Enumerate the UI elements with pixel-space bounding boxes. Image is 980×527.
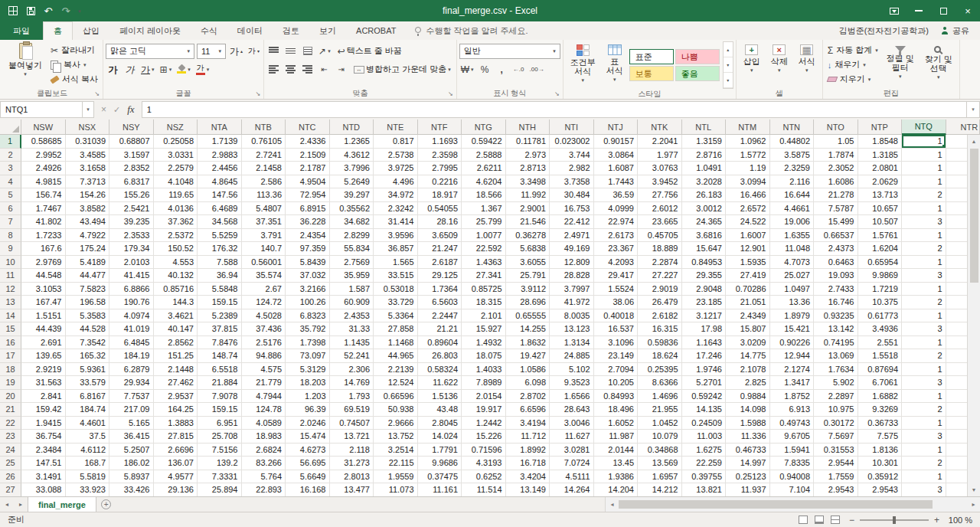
wrap-text-button[interactable]: ↩텍스트 줄 바꿈: [335, 44, 405, 59]
cell-NTQ1[interactable]: 1: [902, 135, 946, 149]
cell-NTJ1[interactable]: 0.90157: [594, 135, 639, 149]
cell-NTK25[interactable]: 13.569: [638, 457, 682, 470]
cell-NTQ27[interactable]: 3: [902, 483, 946, 496]
cell-NTQ16[interactable]: 1: [902, 336, 946, 350]
cell-NTN26[interactable]: 0.94008: [770, 470, 815, 484]
cell-NTD7[interactable]: 34.682: [330, 215, 374, 229]
user-name[interactable]: 김범준(전자전기공학과): [839, 25, 929, 37]
cell-NTQ3[interactable]: 1: [902, 162, 946, 175]
cell-NTG27[interactable]: 11.514: [462, 483, 506, 496]
cell-NTL8[interactable]: 3.6816: [682, 229, 727, 243]
cell-NTM9[interactable]: 12.901: [726, 242, 770, 256]
cell-NTG22[interactable]: 1.2442: [462, 417, 506, 430]
cell-NTQ12[interactable]: 1: [902, 283, 946, 296]
cell-NSY22[interactable]: 5.165: [109, 417, 154, 430]
cell-NSW18[interactable]: 2.9219: [21, 363, 66, 377]
cell-NTI26[interactable]: 4.5111: [550, 470, 594, 484]
cell-NSX25[interactable]: 168.7: [66, 457, 110, 470]
cell-NTE18[interactable]: 2.2139: [374, 363, 418, 377]
cell-NTP5[interactable]: 13.713: [858, 188, 903, 202]
cell-NSZ14[interactable]: 3.4621: [154, 309, 198, 323]
cell-NTC6[interactable]: 6.8915: [286, 202, 330, 216]
row-header-9[interactable]: 9: [0, 242, 21, 256]
cell-NTI14[interactable]: 8.0035: [550, 309, 594, 323]
cell-NTF11[interactable]: 29.125: [418, 269, 462, 283]
cell-NTP13[interactable]: 10.375: [858, 296, 903, 309]
cell-NTA5[interactable]: 147.56: [198, 188, 242, 202]
font-name-select[interactable]: 맑은 고딕▾: [106, 44, 194, 59]
row-header-14[interactable]: 14: [0, 309, 21, 323]
cell-NTO25[interactable]: 2.9544: [814, 457, 858, 470]
conditional-formatting-button[interactable]: 조건부 서식 ▾: [566, 41, 600, 89]
cell-NSX9[interactable]: 175.24: [66, 242, 110, 256]
cell-NTI12[interactable]: 3.7997: [550, 283, 594, 296]
column-header-NTD[interactable]: NTD: [330, 119, 374, 135]
cell-NTJ9[interactable]: 23.367: [594, 242, 639, 256]
underline-button[interactable]: 가▾: [139, 62, 156, 77]
cell-NTD1[interactable]: 1.2365: [330, 135, 374, 149]
cell-NTL3[interactable]: 1.0491: [682, 162, 727, 175]
italic-button[interactable]: 가: [122, 62, 137, 77]
insert-function-button[interactable]: fx: [127, 103, 134, 116]
cell-NSZ19[interactable]: 27.462: [154, 376, 198, 390]
cell-NTE20[interactable]: 0.66596: [374, 390, 418, 404]
cell-NTN15[interactable]: 15.421: [770, 322, 815, 336]
cell-NTF13[interactable]: 6.5603: [418, 296, 462, 309]
cell-NTA27[interactable]: 25.894: [198, 483, 242, 496]
cell-NTN11[interactable]: 25.027: [770, 269, 815, 283]
cell-NTK10[interactable]: 2.2874: [638, 256, 682, 270]
cell-NTN17[interactable]: 12.944: [770, 349, 815, 363]
scroll-left-icon[interactable]: ◂: [606, 501, 619, 508]
cell-NTG15[interactable]: 15.927: [462, 322, 506, 336]
cell-NTM13[interactable]: 21.051: [726, 296, 770, 309]
cell-NTG25[interactable]: 4.3193: [462, 457, 506, 470]
cell-NTM2[interactable]: 1.5772: [726, 149, 770, 162]
cell-NTN4[interactable]: 2.116: [770, 175, 815, 189]
cell-NTK16[interactable]: 0.59836: [638, 336, 682, 350]
cell-NTF7[interactable]: 28.16: [418, 215, 462, 229]
cell-NTI5[interactable]: 30.484: [550, 188, 594, 202]
cell-NTE21[interactable]: 50.938: [374, 403, 418, 417]
cell-NTH17[interactable]: 19.427: [506, 349, 550, 363]
cell-NTA21[interactable]: 159.15: [198, 403, 242, 417]
cell-NTP22[interactable]: 0.36733: [858, 417, 903, 430]
cell-NSW2[interactable]: 2.9952: [21, 149, 66, 162]
enter-icon[interactable]: ✓: [113, 105, 120, 115]
cell-NTM1[interactable]: 1.0962: [726, 135, 770, 149]
cell-style-bad[interactable]: 나쁨: [675, 49, 720, 64]
cell-NSY9[interactable]: 179.34: [109, 242, 154, 256]
cell-NTA19[interactable]: 21.884: [198, 376, 242, 390]
font-size-select[interactable]: 11▾: [197, 44, 226, 59]
cell-NTH20[interactable]: 2.8702: [506, 390, 550, 404]
cell-NSY12[interactable]: 6.8866: [109, 283, 154, 296]
cell-NSW1[interactable]: 0.58685: [21, 135, 66, 149]
cell-NTP11[interactable]: 9.9869: [858, 269, 903, 283]
cell-NTP24[interactable]: 1.8136: [858, 444, 903, 457]
cell-NTC13[interactable]: 100.26: [286, 296, 330, 309]
cell-NTJ10[interactable]: 4.2093: [594, 256, 639, 270]
cell-NTG9[interactable]: 22.592: [462, 242, 506, 256]
delete-cells-button[interactable]: ×삭제▾: [766, 41, 792, 87]
cell-NTC23[interactable]: 15.474: [286, 430, 330, 444]
cell-NTI2[interactable]: 3.744: [550, 149, 594, 162]
cell-NTF14[interactable]: 2.2447: [418, 309, 462, 323]
cell-NSZ8[interactable]: 2.5372: [154, 229, 198, 243]
cell-NTI16[interactable]: 1.3134: [550, 336, 594, 350]
cell-NTJ19[interactable]: 10.205: [594, 376, 639, 390]
row-header-5[interactable]: 5: [0, 188, 21, 202]
cell-NTI8[interactable]: 2.4971: [550, 229, 594, 243]
cell-NTJ17[interactable]: 23.149: [594, 349, 639, 363]
clear-button[interactable]: 지우기▾: [825, 72, 880, 87]
cell-NTQ18[interactable]: 1: [902, 363, 946, 377]
cell-NSZ4[interactable]: 4.1048: [154, 175, 198, 189]
row-header-11[interactable]: 11: [0, 269, 21, 283]
cell-NTG10[interactable]: 1.4363: [462, 256, 506, 270]
cell-NSZ25[interactable]: 136.07: [154, 457, 198, 470]
cell-NTF25[interactable]: 9.9686: [418, 457, 462, 470]
cell-NTK12[interactable]: 2.9019: [638, 283, 682, 296]
cell-NTO18[interactable]: 1.7634: [814, 363, 858, 377]
cell-NTB3[interactable]: 2.1458: [242, 162, 286, 175]
cell-NSX3[interactable]: 3.1658: [66, 162, 110, 175]
cell-NSW5[interactable]: 156.74: [21, 188, 66, 202]
cell-NTC15[interactable]: 35.792: [286, 322, 330, 336]
